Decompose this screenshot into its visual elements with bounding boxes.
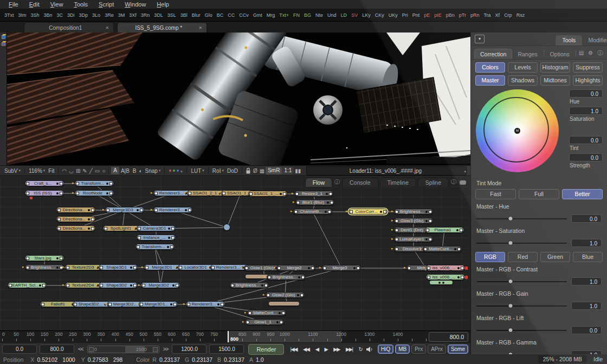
node-junction[interactable] — [268, 301, 300, 306]
out-port[interactable] — [176, 284, 179, 287]
node-transform[interactable]: Transform... — [135, 244, 175, 250]
node-merge3d1[interactable]: Merge3D1... — [139, 301, 178, 307]
out-port[interactable] — [133, 266, 137, 269]
global-start-field[interactable]: 0.0 — [2, 344, 37, 354]
button-suppress[interactable]: Suppress — [573, 62, 603, 73]
menu-window[interactable]: Window — [119, 0, 151, 9]
menu-edit[interactable]: Edit — [24, 0, 45, 9]
tool-Xf[interactable]: Xf — [493, 12, 502, 18]
out-port[interactable] — [188, 209, 191, 212]
node-resize3-1[interactable]: Resize3_1 — [294, 191, 333, 197]
global-end-field[interactable]: 1500.0 — [209, 344, 244, 354]
smooth-resize-button[interactable]: SmR — [266, 167, 282, 174]
tool-Crp[interactable]: Crp — [502, 12, 514, 18]
tool-3Txt[interactable]: 3Txt — [2, 12, 16, 18]
node-indicator[interactable] — [327, 202, 329, 204]
roi-button[interactable]: RoI▾ — [211, 168, 225, 174]
out-port[interactable] — [311, 266, 314, 270]
node-blur1-blur[interactable]: Blur1 (Blur) — [295, 199, 334, 205]
node-merge2[interactable]: Merge2 — [276, 265, 315, 271]
render-end-field[interactable]: 1200.0 — [172, 344, 206, 354]
close-icon[interactable]: × — [199, 24, 202, 31]
slider-value[interactable]: 1.0 — [571, 239, 602, 247]
out-port[interactable] — [461, 276, 464, 279]
node-indicator[interactable] — [185, 209, 187, 211]
tool-pE[interactable]: pE — [422, 12, 432, 18]
out-port[interactable] — [328, 210, 331, 213]
audio-icon[interactable] — [366, 346, 373, 353]
node-indicator[interactable] — [308, 267, 310, 269]
node-indicator[interactable] — [168, 227, 170, 230]
node-stars-jpg[interactable]: Stars.jpg — [25, 255, 64, 261]
node-merge3[interactable]: Merge3 — [322, 265, 361, 271]
node-channelb[interactable]: ChannelB... — [293, 209, 332, 214]
out-port[interactable] — [280, 321, 283, 324]
slider-track-master-rgb-contrast[interactable] — [476, 279, 567, 284]
out-port[interactable] — [173, 303, 177, 306]
gear-icon[interactable]: ⚙ — [586, 47, 595, 59]
node-indicator[interactable] — [167, 246, 169, 248]
out-port[interactable] — [301, 276, 305, 279]
menu-help[interactable]: Help — [151, 0, 175, 9]
tool-3DL[interactable]: 3DL — [152, 12, 165, 18]
out-port[interactable] — [109, 182, 113, 185]
out-port[interactable] — [60, 257, 63, 260]
out-port[interactable] — [429, 219, 432, 223]
channel-select-icon[interactable]: ▾ — [167, 170, 184, 172]
tool-3Bl[interactable]: 3Bl — [178, 12, 190, 18]
flow-tab-timeline[interactable]: Timeline — [380, 178, 416, 187]
node-indicator[interactable] — [39, 284, 41, 287]
node-iss-v006[interactable]: iss_v006_... — [426, 265, 465, 271]
node-indicator[interactable] — [56, 266, 59, 269]
toggle-aprx[interactable]: APrx — [428, 344, 446, 354]
step-forward-button[interactable]: >> — [162, 346, 170, 352]
tab-modifiers[interactable]: Modifiers — [582, 35, 607, 46]
node-indicator[interactable] — [425, 238, 428, 240]
tool-3Xf[interactable]: 3Xf — [127, 12, 139, 18]
node-rootnode[interactable]: RootNode — [75, 190, 114, 196]
tool-3Re[interactable]: 3Re — [102, 12, 116, 18]
tool-3Bn[interactable]: 3Bn — [42, 12, 55, 18]
tool-Rsz[interactable]: Rsz — [514, 12, 527, 18]
go-to-end-button[interactable]: ▶▶| — [344, 346, 354, 352]
param-tint-value[interactable]: 0.0 — [569, 136, 603, 144]
out-port[interactable] — [282, 311, 285, 315]
out-port[interactable] — [133, 284, 137, 287]
button-better[interactable]: Better — [562, 189, 603, 199]
out-port[interactable] — [60, 182, 63, 185]
lut-button[interactable]: LUT▾ — [189, 168, 205, 174]
node-indicator[interactable] — [56, 183, 59, 185]
tab-ISS_5_9SG-comp-[interactable]: ISS_5_9SG.comp *× — [117, 22, 207, 32]
info-icon[interactable]: ⓘ — [450, 177, 457, 187]
menu-view[interactable]: View — [45, 0, 69, 9]
button-levels[interactable]: Levels — [508, 62, 538, 73]
out-port[interactable] — [171, 227, 175, 230]
node-indicator[interactable] — [454, 248, 456, 250]
out-port[interactable] — [300, 294, 304, 297]
render-button[interactable]: Render — [248, 344, 284, 355]
node-indicator[interactable] — [326, 193, 328, 195]
dod-button[interactable]: DoD — [225, 168, 240, 174]
node-lumakeyer1[interactable]: LumaKeyer1 — [394, 236, 433, 242]
panel-collapse-button[interactable]: ▾ — [475, 35, 485, 43]
button-red[interactable]: Red — [508, 252, 538, 262]
button-master[interactable]: Master — [475, 75, 505, 86]
node-renderer3[interactable]: Renderer3... — [186, 301, 225, 307]
node-indicator[interactable] — [106, 192, 108, 194]
bars-icon[interactable]: ▮▮ — [294, 168, 302, 174]
node-indicator[interactable] — [279, 312, 281, 314]
range-start-handle[interactable] — [89, 347, 94, 352]
node-brightness[interactable]: Brightness... — [230, 282, 269, 288]
out-port[interactable] — [42, 284, 46, 287]
node-glow1-1[interactable]: Glow1_1 — [245, 319, 284, 325]
node-indicator[interactable] — [170, 303, 172, 306]
tool-Und[interactable]: Und — [325, 12, 339, 18]
node-indicator[interactable] — [56, 192, 59, 194]
tool-FN[interactable]: FN — [291, 12, 302, 18]
out-port[interactable] — [283, 192, 286, 196]
slider-track-master-saturation[interactable] — [476, 240, 567, 246]
slider-value[interactable]: 1.0 — [571, 350, 602, 354]
node-indicator[interactable] — [130, 284, 132, 287]
flow-node-editor[interactable]: Craft_s...Transform...ISS (ISS)RootNodeR… — [0, 176, 470, 330]
out-port[interactable] — [91, 218, 94, 221]
